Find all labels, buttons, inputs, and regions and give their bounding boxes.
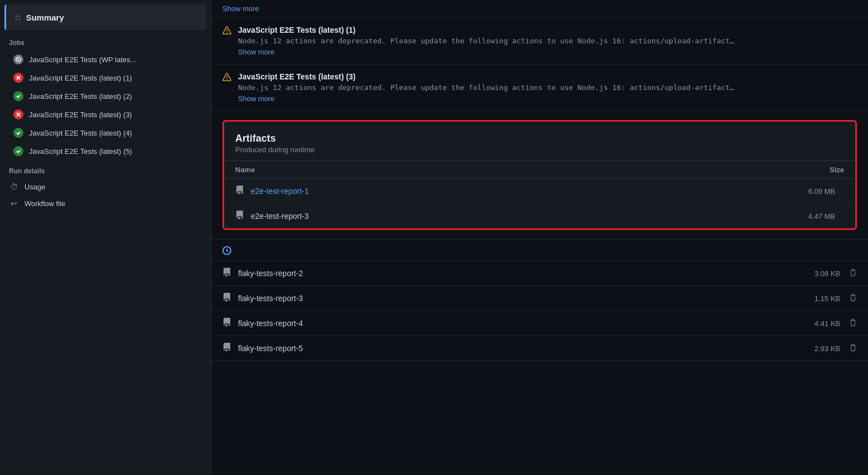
annotation-ann-1: JavaScript E2E Tests (latest) (1)Node.js… [211,18,868,64]
artifact-name-e2e-report-3: e2e-test-report-3 [251,212,796,221]
artifact-icon-e2e-report-3 [235,211,244,222]
annotation-body-ann-1: Node.js 12 actions are deprecated. Pleas… [238,37,738,45]
artifact-size-flaky-5: 2.93 KB [801,344,840,353]
annotation-ann-3: JavaScript E2E Tests (latest) (3)Node.js… [211,64,868,111]
home-icon: ⌂ [15,12,21,22]
col-name: Name [235,166,255,174]
job-label-job-5: JavaScript E2E Tests (latest) (5) [29,147,132,156]
artifact-partial-icon [222,245,231,255]
partial-artifact-row [211,239,868,261]
run-details-icon-workflow-file: ↩ [9,199,19,208]
artifact-icon-flaky-2 [222,268,231,279]
other-artifacts-list: flaky-tests-report-23.08 KBflaky-tests-r… [211,261,868,361]
job-label-job-wp: JavaScript E2E Tests (WP lates... [29,56,136,64]
job-status-icon-job-3 [13,109,23,119]
job-status-icon-job-1 [13,73,23,83]
top-show-more-link[interactable]: Show more [222,4,259,13]
sidebar-job-job-3[interactable]: JavaScript E2E Tests (latest) (3) [4,106,206,123]
annotation-title-ann-1: JavaScript E2E Tests (latest) (1) [238,26,857,34]
warning-icon-ann-1 [222,26,231,37]
job-label-job-1: JavaScript E2E Tests (latest) (1) [29,74,132,82]
top-show-more-row: Show more [211,0,868,18]
artifact-row-flaky-2: flaky-tests-report-23.08 KB [211,261,868,286]
artifact-name-flaky-5: flaky-tests-report-5 [238,344,801,353]
job-label-job-3: JavaScript E2E Tests (latest) (3) [29,111,132,119]
job-status-icon-job-5 [13,146,23,156]
artifact-row-flaky-3: flaky-tests-report-31.15 KB [211,286,868,311]
artifact-row-flaky-5: flaky-tests-report-52.93 KB [211,336,868,361]
annotation-content-ann-3: JavaScript E2E Tests (latest) (3)Node.js… [238,72,857,103]
artifact-icon-e2e-report-1 [235,186,244,197]
job-label-job-4: JavaScript E2E Tests (latest) (4) [29,129,132,137]
job-status-icon-job-wp [13,54,23,64]
col-size: Size [830,166,844,174]
delete-artifact-flaky-3[interactable] [849,294,857,303]
artifact-row-e2e-report-3: e2e-test-report-34.47 MB [224,204,855,228]
sidebar-job-job-2[interactable]: JavaScript E2E Tests (latest) (2) [4,87,206,105]
artifact-size-flaky-3: 1.15 KB [801,294,840,303]
artifact-size-e2e-report-3: 4.47 MB [796,212,835,221]
artifact-name-flaky-2: flaky-tests-report-2 [238,269,801,278]
job-status-icon-job-2 [13,91,23,101]
artifacts-header: Artifacts Produced during runtime [224,122,855,161]
artifact-icon-flaky-5 [222,343,231,354]
job-label-job-2: JavaScript E2E Tests (latest) (2) [29,92,132,101]
delete-artifact-flaky-2[interactable] [849,269,857,278]
annotation-body-ann-3: Node.js 12 actions are deprecated. Pleas… [238,83,738,92]
run-details-item-workflow-file[interactable]: ↩Workflow file [9,195,202,212]
artifact-row-flaky-4: flaky-tests-report-44.41 KB [211,311,868,336]
sidebar-summary-label: Summary [26,13,64,22]
artifact-size-e2e-report-1: 6.09 MB [796,187,835,196]
annotations-list: JavaScript E2E Tests (latest) (1)Node.js… [211,18,868,111]
jobs-section-label: Jobs [0,32,211,50]
artifact-icon-flaky-3 [222,293,231,304]
artifacts-subtitle: Produced during runtime [235,146,844,154]
main-content: Show more JavaScript E2E Tests (latest) … [211,0,868,475]
artifact-name-flaky-3: flaky-tests-report-3 [238,294,801,303]
job-status-icon-job-4 [13,128,23,138]
annotation-content-ann-1: JavaScript E2E Tests (latest) (1)Node.js… [238,26,857,56]
artifacts-title: Artifacts [235,133,844,144]
artifacts-table-header: Name Size [224,161,855,179]
delete-artifact-flaky-5[interactable] [849,344,857,353]
sidebar-job-job-4[interactable]: JavaScript E2E Tests (latest) (4) [4,124,206,142]
sidebar-summary[interactable]: ⌂ Summary [4,4,206,30]
artifact-icon-flaky-4 [222,318,231,329]
run-details-icon-usage: ⏱ [9,182,19,191]
artifact-name-flaky-4: flaky-tests-report-4 [238,319,801,328]
jobs-list: JavaScript E2E Tests (WP lates...JavaScr… [0,50,211,161]
run-details-label: Run details [9,167,202,175]
sidebar: ⌂ Summary Jobs JavaScript E2E Tests (WP … [0,0,211,475]
delete-artifact-flaky-4[interactable] [849,319,857,328]
run-details-text-workflow-file: Workflow file [24,199,65,208]
highlighted-artifacts-list: e2e-test-report-16.09 MBe2e-test-report-… [224,179,855,228]
show-more-ann-3[interactable]: Show more [238,94,275,103]
annotation-title-ann-3: JavaScript E2E Tests (latest) (3) [238,72,857,81]
artifact-size-flaky-4: 4.41 KB [801,319,840,328]
artifact-size-flaky-2: 3.08 KB [801,269,840,278]
artifact-row-e2e-report-1: e2e-test-report-16.09 MB [224,179,855,204]
run-details-text-usage: Usage [24,183,46,191]
run-details-section: Run details ⏱Usage↩Workflow file [0,161,211,215]
run-details-item-usage[interactable]: ⏱Usage [9,178,202,195]
sidebar-job-job-5[interactable]: JavaScript E2E Tests (latest) (5) [4,142,206,160]
artifacts-highlighted-box: Artifacts Produced during runtime Name S… [222,120,857,230]
sidebar-job-job-wp[interactable]: JavaScript E2E Tests (WP lates... [4,51,206,68]
sidebar-job-job-1[interactable]: JavaScript E2E Tests (latest) (1) [4,69,206,87]
artifact-name-e2e-report-1[interactable]: e2e-test-report-1 [251,187,796,196]
run-details-list: ⏱Usage↩Workflow file [9,178,202,212]
svg-line-1 [17,58,19,61]
show-more-ann-1[interactable]: Show more [238,48,275,56]
warning-icon-ann-3 [222,73,231,84]
